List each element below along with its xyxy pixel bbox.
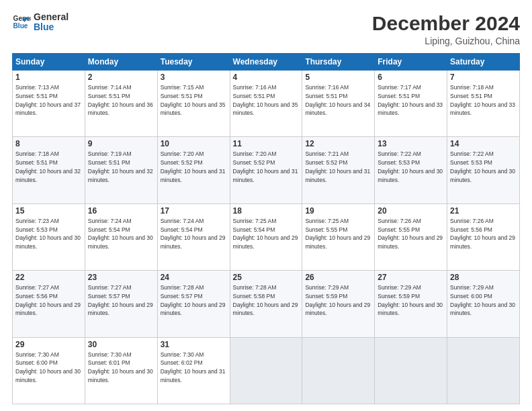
day-number: 11 [233, 139, 300, 148]
day-info: Sunrise: 7:30 AMSunset: 6:00 PMDaylight:… [15, 351, 81, 383]
day-number: 5 [305, 73, 371, 82]
calendar-cell: 23Sunrise: 7:27 AMSunset: 5:57 PMDayligh… [85, 271, 157, 337]
day-number: 28 [450, 273, 517, 282]
calendar-cell [302, 337, 375, 404]
calendar-cell: 19Sunrise: 7:25 AMSunset: 5:55 PMDayligh… [302, 203, 375, 270]
calendar-cell: 6Sunrise: 7:17 AMSunset: 5:51 PMDaylight… [375, 71, 447, 137]
day-info: Sunrise: 7:22 AMSunset: 5:53 PMDaylight:… [450, 150, 515, 183]
calendar-cell: 28Sunrise: 7:29 AMSunset: 6:00 PMDayligh… [447, 271, 520, 337]
calendar-cell: 30Sunrise: 7:30 AMSunset: 6:01 PMDayligh… [85, 337, 157, 404]
day-number: 13 [378, 139, 444, 148]
day-info: Sunrise: 7:29 AMSunset: 6:00 PMDaylight:… [450, 284, 515, 316]
week-row-1: 1Sunrise: 7:13 AMSunset: 5:51 PMDaylight… [13, 71, 520, 137]
day-info: Sunrise: 7:15 AMSunset: 5:51 PMDaylight:… [161, 84, 226, 116]
calendar-cell: 2Sunrise: 7:14 AMSunset: 5:51 PMDaylight… [85, 71, 157, 137]
day-number: 27 [378, 273, 444, 282]
day-number: 3 [161, 73, 227, 82]
calendar-cell: 15Sunrise: 7:23 AMSunset: 5:53 PMDayligh… [13, 203, 85, 270]
title-block: December 2024 Liping, Guizhou, China [372, 12, 520, 46]
day-info: Sunrise: 7:23 AMSunset: 5:53 PMDaylight:… [15, 218, 81, 250]
day-number: 8 [15, 139, 82, 148]
weekday-header-friday: Friday [375, 54, 447, 71]
day-info: Sunrise: 7:22 AMSunset: 5:53 PMDaylight:… [378, 150, 443, 183]
header-row: SundayMondayTuesdayWednesdayThursdayFrid… [13, 54, 520, 71]
day-info: Sunrise: 7:18 AMSunset: 5:51 PMDaylight:… [450, 84, 515, 116]
week-row-4: 22Sunrise: 7:27 AMSunset: 5:56 PMDayligh… [13, 271, 520, 337]
day-number: 19 [305, 206, 371, 216]
header: General Blue General Blue December 2024 … [12, 12, 520, 46]
weekday-header-saturday: Saturday [447, 54, 520, 71]
day-info: Sunrise: 7:25 AMSunset: 5:55 PMDaylight:… [305, 218, 370, 250]
location: Liping, Guizhou, China [372, 36, 520, 46]
calendar-cell: 3Sunrise: 7:15 AMSunset: 5:51 PMDaylight… [157, 71, 230, 137]
day-number: 18 [233, 206, 300, 216]
day-info: Sunrise: 7:18 AMSunset: 5:51 PMDaylight:… [15, 150, 81, 183]
logo: General Blue General Blue [12, 12, 69, 33]
day-info: Sunrise: 7:24 AMSunset: 5:54 PMDaylight:… [88, 218, 153, 250]
day-number: 17 [161, 206, 227, 216]
svg-text:Blue: Blue [13, 23, 28, 30]
calendar-cell: 8Sunrise: 7:18 AMSunset: 5:51 PMDaylight… [13, 137, 85, 203]
calendar-cell: 22Sunrise: 7:27 AMSunset: 5:56 PMDayligh… [13, 271, 85, 337]
logo-general: General [34, 12, 69, 22]
logo-blue: Blue [34, 22, 69, 32]
week-row-3: 15Sunrise: 7:23 AMSunset: 5:53 PMDayligh… [13, 203, 520, 270]
day-number: 31 [161, 340, 227, 349]
day-number: 21 [450, 206, 517, 216]
day-info: Sunrise: 7:24 AMSunset: 5:54 PMDaylight:… [161, 218, 226, 250]
calendar-cell: 20Sunrise: 7:26 AMSunset: 5:55 PMDayligh… [375, 203, 447, 270]
calendar-cell: 21Sunrise: 7:26 AMSunset: 5:56 PMDayligh… [447, 203, 520, 270]
day-info: Sunrise: 7:13 AMSunset: 5:51 PMDaylight:… [15, 84, 81, 116]
day-number: 24 [161, 273, 227, 282]
calendar-cell: 14Sunrise: 7:22 AMSunset: 5:53 PMDayligh… [447, 137, 520, 203]
calendar-cell: 25Sunrise: 7:28 AMSunset: 5:58 PMDayligh… [230, 271, 302, 337]
calendar-cell: 18Sunrise: 7:25 AMSunset: 5:54 PMDayligh… [230, 203, 302, 270]
day-info: Sunrise: 7:28 AMSunset: 5:58 PMDaylight:… [233, 284, 298, 316]
calendar-cell: 17Sunrise: 7:24 AMSunset: 5:54 PMDayligh… [157, 203, 230, 270]
day-number: 1 [15, 73, 82, 82]
day-info: Sunrise: 7:29 AMSunset: 5:59 PMDaylight:… [378, 284, 443, 316]
day-number: 9 [88, 139, 154, 148]
day-number: 25 [233, 273, 300, 282]
day-info: Sunrise: 7:20 AMSunset: 5:52 PMDaylight:… [233, 150, 298, 183]
day-number: 14 [450, 139, 517, 148]
calendar-cell: 9Sunrise: 7:19 AMSunset: 5:51 PMDaylight… [85, 137, 157, 203]
calendar-cell: 12Sunrise: 7:21 AMSunset: 5:52 PMDayligh… [302, 137, 375, 203]
calendar-cell: 26Sunrise: 7:29 AMSunset: 5:59 PMDayligh… [302, 271, 375, 337]
day-info: Sunrise: 7:25 AMSunset: 5:54 PMDaylight:… [233, 218, 298, 250]
day-number: 6 [378, 73, 444, 82]
day-info: Sunrise: 7:17 AMSunset: 5:51 PMDaylight:… [378, 84, 443, 116]
day-number: 10 [161, 139, 227, 148]
day-number: 20 [378, 206, 444, 216]
calendar-cell: 11Sunrise: 7:20 AMSunset: 5:52 PMDayligh… [230, 137, 302, 203]
day-info: Sunrise: 7:21 AMSunset: 5:52 PMDaylight:… [305, 150, 370, 183]
day-number: 30 [88, 340, 154, 349]
day-info: Sunrise: 7:19 AMSunset: 5:51 PMDaylight:… [88, 150, 153, 183]
day-info: Sunrise: 7:27 AMSunset: 5:57 PMDaylight:… [88, 284, 153, 316]
day-info: Sunrise: 7:16 AMSunset: 5:51 PMDaylight:… [233, 84, 298, 116]
calendar-cell [447, 337, 520, 404]
calendar-table: SundayMondayTuesdayWednesdayThursdayFrid… [12, 53, 520, 404]
calendar-cell: 13Sunrise: 7:22 AMSunset: 5:53 PMDayligh… [375, 137, 447, 203]
day-info: Sunrise: 7:27 AMSunset: 5:56 PMDaylight:… [15, 284, 81, 316]
day-number: 26 [305, 273, 371, 282]
weekday-header-wednesday: Wednesday [230, 54, 302, 71]
page: General Blue General Blue December 2024 … [0, 0, 532, 411]
calendar-cell: 1Sunrise: 7:13 AMSunset: 5:51 PMDaylight… [13, 71, 85, 137]
day-info: Sunrise: 7:26 AMSunset: 5:55 PMDaylight:… [378, 218, 443, 250]
day-number: 16 [88, 206, 154, 216]
calendar-cell: 29Sunrise: 7:30 AMSunset: 6:00 PMDayligh… [13, 337, 85, 404]
day-number: 12 [305, 139, 371, 148]
logo-icon: General Blue [12, 13, 31, 32]
day-number: 2 [88, 73, 154, 82]
day-info: Sunrise: 7:14 AMSunset: 5:51 PMDaylight:… [88, 84, 153, 116]
day-info: Sunrise: 7:30 AMSunset: 6:02 PMDaylight:… [161, 351, 226, 383]
weekday-header-tuesday: Tuesday [157, 54, 230, 71]
day-number: 15 [15, 206, 82, 216]
weekday-header-thursday: Thursday [302, 54, 375, 71]
day-info: Sunrise: 7:30 AMSunset: 6:01 PMDaylight:… [88, 351, 153, 383]
calendar-cell [375, 337, 447, 404]
week-row-5: 29Sunrise: 7:30 AMSunset: 6:00 PMDayligh… [13, 337, 520, 404]
calendar-cell: 7Sunrise: 7:18 AMSunset: 5:51 PMDaylight… [447, 71, 520, 137]
day-number: 29 [15, 340, 82, 349]
